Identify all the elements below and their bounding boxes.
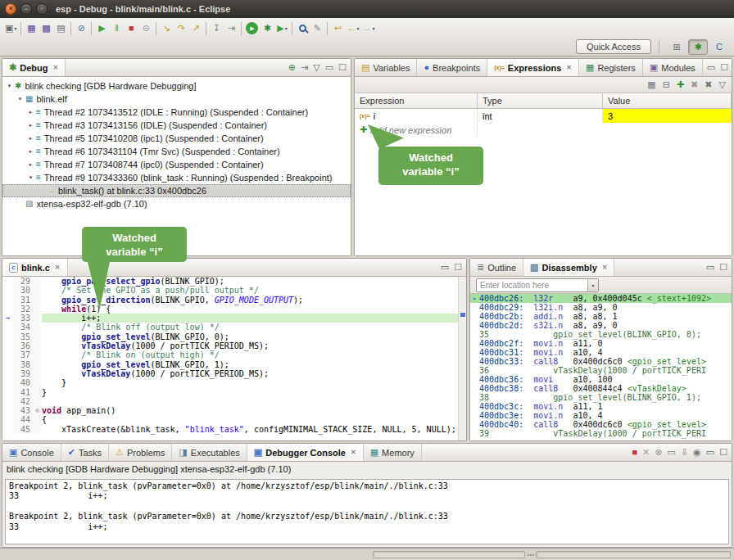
tree-expander-icon[interactable]: ▾ bbox=[16, 96, 25, 102]
print-button[interactable]: ▤ bbox=[53, 20, 68, 36]
step-filters-button[interactable]: ⇥ bbox=[301, 63, 308, 72]
tree-expander-icon[interactable]: ▾ bbox=[26, 174, 35, 181]
tab-expressions[interactable]: (x)=Expressions✕ bbox=[487, 59, 579, 76]
scroll-lock-button[interactable]: ⇩ bbox=[681, 448, 688, 457]
remove-expression-button[interactable]: ✖ bbox=[691, 80, 698, 89]
view-menu-button[interactable]: ▽ bbox=[719, 80, 726, 89]
external-tools-button[interactable]: ▶ bbox=[274, 20, 289, 36]
remove-launch-button[interactable]: ✕ bbox=[642, 448, 650, 457]
pin-console-button[interactable]: ◉ bbox=[693, 448, 701, 457]
open-perspective-button[interactable]: ⊞ bbox=[667, 39, 686, 55]
toggle-mark-occurrences-button[interactable]: ✎ bbox=[310, 20, 324, 36]
tree-expander-icon[interactable]: ▾ bbox=[5, 83, 14, 89]
tab-debug[interactable]: ✱Debug✕ bbox=[2, 59, 66, 76]
show-columns-button[interactable]: ▦ bbox=[647, 80, 655, 89]
debug-tree-item[interactable]: ▾✱blink checking [GDB Hardware Debugging… bbox=[2, 79, 351, 93]
resume-button[interactable]: ▶ bbox=[94, 20, 109, 36]
collapse-all-button[interactable]: ⊟ bbox=[663, 80, 670, 89]
debug-tree-item[interactable]: →blink_task() at blink.c:33 0x400dbc26 bbox=[2, 184, 351, 197]
save-all-button[interactable]: ▩ bbox=[39, 20, 53, 36]
add-expression-row[interactable]: ✚Add new expression bbox=[355, 123, 732, 137]
minimize-view-button[interactable]: ▭ bbox=[706, 448, 714, 457]
clear-console-button[interactable]: ▭ bbox=[667, 448, 675, 457]
step-return-button[interactable]: ↗ bbox=[188, 20, 203, 36]
terminate-button[interactable]: ■ bbox=[124, 20, 138, 36]
debug-button[interactable]: ✱ bbox=[260, 20, 274, 36]
maximize-view-button[interactable]: ☐ bbox=[338, 63, 347, 72]
code-area[interactable]: 29 gpio_pad_select_gpio(BLINK_GPIO);30 /… bbox=[2, 277, 458, 440]
new-wizard-button[interactable]: ▣ bbox=[3, 20, 18, 36]
chevron-down-icon[interactable]: ▾ bbox=[587, 279, 598, 291]
overview-ruler[interactable] bbox=[458, 277, 466, 440]
column-header-value[interactable]: Value bbox=[603, 93, 732, 108]
tree-expander-icon[interactable]: ▸ bbox=[26, 161, 35, 168]
remove-all-launches-button[interactable]: ⊗ bbox=[655, 448, 662, 457]
overview-marker-icon[interactable] bbox=[460, 313, 465, 317]
remove-all-expressions-button[interactable]: ✖ bbox=[705, 80, 712, 89]
console-output[interactable]: Breakpoint 2, blink_task (pvParameter=0x… bbox=[5, 479, 729, 544]
minimize-window-button[interactable]: – bbox=[20, 3, 32, 15]
column-header-expression[interactable]: Expression bbox=[355, 93, 478, 108]
run-button[interactable]: ▶ bbox=[244, 20, 260, 36]
back-button[interactable]: ← bbox=[345, 20, 360, 36]
debug-tree-item[interactable]: ▸≡Thread #6 1073431104 (Tmr Svc) (Suspen… bbox=[2, 145, 351, 158]
tab-debugger-console[interactable]: ▣Debugger Console✕ bbox=[247, 444, 364, 461]
debug-tree-item[interactable]: ▾▦blink.elf bbox=[2, 93, 351, 106]
maximize-view-button[interactable]: ☐ bbox=[719, 263, 727, 272]
search-button[interactable] bbox=[295, 20, 310, 36]
tab-executables[interactable]: ◨Executables bbox=[172, 444, 247, 461]
skip-all-breakpoints-button[interactable]: ⊘ bbox=[74, 20, 88, 36]
step-into-button[interactable]: ↘ bbox=[159, 20, 174, 36]
minimize-view-button[interactable]: ▭ bbox=[441, 263, 449, 272]
close-tab-icon[interactable]: ✕ bbox=[566, 64, 572, 71]
add-expression-button[interactable]: ✚ bbox=[677, 80, 684, 89]
tab-console[interactable]: ▣Console bbox=[2, 444, 61, 461]
tab-blink-c[interactable]: cblink.c✕ bbox=[2, 259, 68, 276]
tab-disassembly[interactable]: ▥Disassembly✕ bbox=[523, 259, 614, 276]
tab-problems[interactable]: ⚠Problems bbox=[109, 444, 172, 461]
last-edit-location-button[interactable]: ↩ bbox=[330, 20, 345, 36]
tab-registers[interactable]: ▦Registers bbox=[579, 59, 643, 76]
close-tab-icon[interactable]: ✕ bbox=[351, 449, 356, 456]
save-button[interactable]: ▦ bbox=[24, 20, 39, 36]
column-header-type[interactable]: Type bbox=[478, 93, 603, 108]
maximize-window-button[interactable]: ▫ bbox=[36, 3, 48, 15]
disconnect-button[interactable]: ⊝ bbox=[138, 20, 153, 36]
suspend-button[interactable]: ‖ bbox=[109, 20, 124, 36]
quick-access-button[interactable]: Quick Access bbox=[576, 39, 651, 54]
fold-marker-icon[interactable]: ⊖ bbox=[33, 406, 42, 415]
maximize-view-button[interactable]: ☐ bbox=[720, 63, 728, 72]
debug-tree-item[interactable]: ▸≡Thread #5 1073410208 (ipc1) (Suspended… bbox=[2, 132, 351, 145]
tab-breakpoints[interactable]: ●Breakpoints bbox=[417, 59, 487, 76]
expression-row[interactable]: (x)=iint3 bbox=[355, 109, 732, 123]
maximize-view-button[interactable]: ☐ bbox=[454, 263, 462, 272]
tree-expander-icon[interactable]: ▸ bbox=[26, 135, 35, 142]
tab-memory[interactable]: ▦Memory bbox=[364, 444, 422, 461]
debug-tree-item[interactable]: ▸≡Thread #3 1073413156 (IDLE) (Suspended… bbox=[2, 119, 351, 132]
tab-outline[interactable]: ≣Outline bbox=[470, 259, 523, 276]
close-tab-icon[interactable]: ✕ bbox=[55, 264, 61, 271]
close-tab-icon[interactable]: ✕ bbox=[52, 64, 58, 71]
tab-modules[interactable]: ▣Modules bbox=[643, 59, 703, 76]
instruction-stepping-button[interactable]: ⇥ bbox=[224, 20, 238, 36]
tree-expander-icon[interactable]: ▸ bbox=[26, 109, 35, 115]
debug-tree-item[interactable]: ▾≡Thread #9 1073433360 (blink_task : Run… bbox=[2, 171, 351, 184]
maximize-view-button[interactable]: ☐ bbox=[719, 448, 727, 457]
close-tab-icon[interactable]: ✕ bbox=[602, 264, 608, 271]
debug-tree-item[interactable]: ▨xtensa-esp32-elf-gdb (7.10) bbox=[2, 197, 351, 210]
view-menu-button[interactable]: ▽ bbox=[313, 63, 319, 72]
c-cpp-perspective-button[interactable]: C bbox=[709, 39, 729, 55]
tree-expander-icon[interactable]: ▸ bbox=[26, 148, 35, 155]
minimize-view-button[interactable]: ▭ bbox=[325, 63, 333, 72]
step-over-button[interactable]: ↷ bbox=[174, 20, 188, 36]
tab-variables[interactable]: ▤Variables bbox=[355, 59, 417, 76]
location-combo[interactable]: Enter location here ▾ bbox=[476, 278, 599, 292]
drop-to-frame-button[interactable]: ↧ bbox=[209, 20, 224, 36]
disassembly-lines[interactable]: ▸400dbc26: l32r a9, 0x400d045c <_stext+1… bbox=[470, 294, 732, 440]
close-window-button[interactable]: ✕ bbox=[5, 3, 16, 15]
connect-process-button[interactable]: ⊕ bbox=[288, 63, 296, 72]
tab-tasks[interactable]: ✔Tasks bbox=[61, 444, 109, 461]
minimize-view-button[interactable]: ▭ bbox=[707, 63, 715, 72]
forward-button[interactable]: → bbox=[360, 20, 376, 36]
terminate-console-button[interactable]: ■ bbox=[632, 448, 637, 457]
